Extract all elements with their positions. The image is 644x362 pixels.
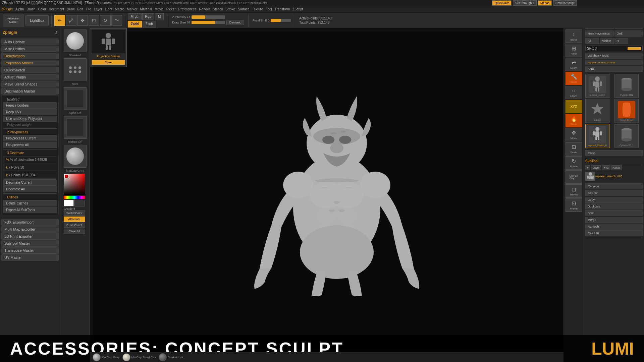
snakehook-item[interactable]: SnakeHook — [159, 353, 183, 361]
menu-zscript[interactable]: ZScript — [292, 7, 303, 11]
misc-utilities-item[interactable]: Misc Utilities — [1, 46, 59, 52]
zplugin-refresh-icon[interactable]: ↺ — [54, 31, 57, 35]
decimate-all-item[interactable]: Decimate All — [3, 186, 57, 192]
cust-btn[interactable]: CustI Cust2 — [64, 223, 85, 228]
floor-btn[interactable]: ⊞ Floor — [566, 44, 582, 57]
tool-thumb-cylinder3d-1[interactable]: Cylinder3D_1 — [614, 124, 639, 148]
menu-brush[interactable]: Brush — [26, 7, 35, 11]
move-tool-icon[interactable]: ✥ — [77, 15, 88, 26]
xyz-toggle[interactable]: XYZ — [602, 165, 610, 170]
projection-master-button[interactable]: Projection Master — [3, 14, 24, 27]
z-intensity-slider[interactable] — [192, 15, 225, 19]
remesh-button[interactable]: Remesh — [585, 224, 643, 230]
transpose-master-item[interactable]: Transpose Master — [1, 247, 59, 254]
preprocess-current-item[interactable]: Pre-process Current — [3, 135, 57, 141]
use-en-poly-btn[interactable]: Use_EnPoly — [566, 170, 582, 184]
tool-thumb-repseal2[interactable]: repseal_Sketch_0 — [585, 124, 609, 148]
polypaint-weight-item[interactable]: Polypaint weight — [3, 122, 57, 127]
rotate-btn[interactable]: ↻ Rotate — [566, 156, 582, 170]
sculp-btn-2[interactable]: 🔥 Sculp — [566, 114, 582, 127]
hue-bar[interactable] — [64, 196, 85, 199]
menu-zplugin[interactable]: ZPlugin — [1, 7, 13, 11]
menu-marker[interactable]: Marker — [127, 7, 137, 11]
xyz-btn[interactable]: XYZ — [566, 100, 582, 113]
menu-edit[interactable]: Edit — [77, 7, 83, 11]
menu-stroke[interactable]: Stroke — [225, 7, 235, 11]
draw-tool-icon[interactable]: 🖊 — [66, 15, 76, 26]
proj-master-clear-btn[interactable]: Clear — [92, 60, 125, 65]
mrgb-button[interactable]: Mrgb — [128, 13, 142, 20]
r-button[interactable]: R — [614, 38, 628, 44]
menu-layer[interactable]: Layer — [94, 7, 102, 11]
adjust-plugin-item[interactable]: Adjust Plugin — [1, 74, 59, 80]
duplicate-button[interactable]: Duplicate — [585, 203, 643, 209]
focal-shift-slider[interactable] — [271, 19, 291, 22]
frame-btn[interactable]: ⊡ Frame — [566, 198, 582, 212]
rename-button[interactable]: Rename — [585, 183, 643, 189]
zadd-button[interactable]: Zadd — [128, 21, 142, 27]
material-thumb[interactable] — [64, 145, 87, 168]
all-button[interactable]: All — [585, 38, 599, 44]
menu-material[interactable]: Material — [140, 7, 152, 11]
menu-draw[interactable]: Draw — [67, 7, 74, 11]
zsub-button[interactable]: Zsub — [143, 21, 156, 27]
delete-caches-item[interactable]: Delete Caches — [3, 200, 57, 206]
menu-alpha[interactable]: Alpha — [15, 7, 24, 11]
menu-macro[interactable]: Macro — [115, 7, 124, 11]
stroke-tool-icon[interactable]: 〜 — [111, 15, 122, 26]
projection-master-item[interactable]: Projection Master — [1, 60, 59, 66]
menu-picker[interactable]: Picker — [166, 7, 176, 11]
lsym-btn[interactable]: ⇌ LSym — [566, 58, 582, 71]
menu-movie[interactable]: Movie — [155, 7, 164, 11]
lsym-toggle[interactable]: LSym — [591, 165, 601, 170]
decimate-current-item[interactable]: Decimate Current — [3, 179, 57, 186]
fbx-exportimport-item[interactable]: FBX ExportImport — [1, 219, 59, 226]
standard-brush-thumb[interactable] — [64, 29, 87, 52]
quicksave-button[interactable]: QuickSave — [492, 0, 512, 6]
deactivation-item[interactable]: Deactivation — [1, 53, 59, 59]
menu-surface[interactable]: Surface — [238, 7, 249, 11]
lightbox-tools-button[interactable]: Lightbox> Tools — [585, 53, 643, 59]
quicksketch-item[interactable]: QuickSketch — [1, 67, 59, 73]
goz-button[interactable]: GoZ — [614, 31, 643, 37]
tool-thumb-repseal[interactable]: repseal_sketch — [585, 74, 609, 98]
menus-button[interactable]: Menus — [538, 0, 552, 6]
copy-sub-button[interactable]: Copy — [585, 197, 643, 203]
scroll-btn[interactable]: ↕ Scroll — [566, 29, 582, 43]
alternate-btn[interactable]: Alternate — [64, 217, 85, 222]
alpha-thumb[interactable] — [64, 87, 87, 110]
viewport-inner[interactable] — [93, 32, 580, 349]
texture-thumb[interactable] — [64, 116, 87, 139]
lsym-btn-2[interactable]: ↔ LSym — [566, 86, 582, 99]
res-button[interactable]: Res 128 — [585, 230, 643, 236]
decimation-master-item[interactable]: Decimation Master — [1, 88, 59, 95]
m-button[interactable]: M — [155, 13, 164, 20]
sculp-btn-1[interactable]: 🔧 Sculp — [566, 72, 582, 85]
seethrough-button[interactable]: See-through 0 — [513, 0, 537, 6]
menu-stencil[interactable]: Stencil — [213, 7, 223, 11]
black-swatch[interactable] — [74, 200, 85, 206]
keep-uvs-item[interactable]: Keep UVs — [3, 109, 57, 115]
subtool-toggle[interactable]: ● — [585, 165, 590, 170]
rotate-tool-icon[interactable]: ↻ — [100, 15, 111, 26]
rgb-button[interactable]: Rgb — [142, 13, 154, 20]
multi-map-exporter-item[interactable]: Multi Map Exporter — [1, 226, 59, 233]
switch-color-btn[interactable]: SwitchColor — [64, 210, 85, 216]
menu-texture[interactable]: Texture — [252, 7, 263, 11]
move-btn[interactable]: ✥ Move — [566, 128, 582, 141]
all-low-button[interactable]: All Low — [585, 190, 643, 196]
dynamic-button[interactable]: Dynamic — [226, 20, 244, 25]
menu-render[interactable]: Render — [199, 7, 210, 11]
tool-thumb-aahat[interactable]: AAHat — [585, 99, 609, 123]
dots-brush-thumb[interactable] — [64, 58, 87, 81]
subtool-row-active[interactable]: repseal_sketch_003 — [585, 172, 643, 181]
split-button[interactable]: Split — [585, 210, 643, 216]
menu-tool[interactable]: Tool — [266, 7, 272, 11]
edit-tool-icon[interactable]: ✏ — [54, 15, 65, 26]
clear-all-btn[interactable]: Clear All — [64, 229, 85, 234]
tool-name-button[interactable]: repseal_sketch_003.48 — [585, 60, 643, 65]
make-polymesh-button[interactable]: Make PolyMesh3D — [585, 31, 614, 37]
maya-blend-shapes-item[interactable]: Maya Blend Shapes — [1, 81, 59, 87]
menu-preferences[interactable]: Preferences — [178, 7, 196, 11]
lightbox-button[interactable]: LightBox — [25, 15, 49, 25]
